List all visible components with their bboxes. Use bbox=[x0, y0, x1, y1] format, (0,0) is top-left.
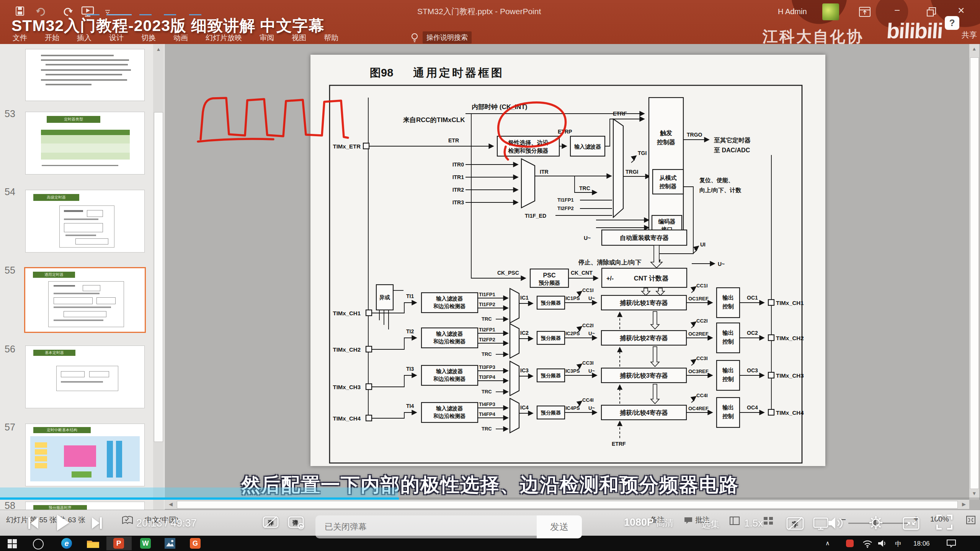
svg-text:IC1: IC1 bbox=[520, 295, 529, 301]
svg-text:TIMx_ETR: TIMx_ETR bbox=[333, 143, 361, 150]
scroll-left-icon[interactable]: ◀ bbox=[166, 501, 175, 507]
time-display: 20:13 / 49:37 bbox=[136, 517, 197, 529]
svg-text:ETR: ETR bbox=[448, 137, 459, 143]
cast-screen-icon[interactable] bbox=[813, 517, 828, 530]
normal-view-icon[interactable] bbox=[730, 517, 740, 525]
quick-access-dropdown-icon[interactable] bbox=[105, 10, 110, 14]
edge-icon[interactable]: e bbox=[61, 538, 72, 549]
web-fullscreen-icon[interactable] bbox=[903, 517, 920, 530]
tray-app-icon[interactable] bbox=[846, 540, 854, 547]
svg-text:TRGI: TRGI bbox=[626, 169, 638, 175]
diagram-channel-4: TIMx_CH4 TI4 输入滤波器 和边沿检测器 TI4FP3 TI4FP4 … bbox=[333, 393, 804, 433]
svg-text:捕获/比较2寄存器: 捕获/比较2寄存器 bbox=[619, 334, 668, 342]
svg-text:OC2REF: OC2REF bbox=[688, 331, 709, 337]
scroll-up-icon[interactable]: ▲ bbox=[970, 46, 979, 52]
quality-selector[interactable]: 1080P 高清 bbox=[624, 517, 673, 529]
svg-text:TI4: TI4 bbox=[406, 403, 414, 409]
diagram-channel-1: TIMx_CH1 TI1 输入滤波器 和边沿检测器 TI1FP1 TI1FP2 … bbox=[333, 283, 804, 323]
sidebar-scroll-up-icon[interactable]: ▲ bbox=[153, 46, 164, 52]
svg-text:OC3: OC3 bbox=[747, 367, 758, 373]
svg-text:控制: 控制 bbox=[722, 413, 734, 419]
photos-icon[interactable] bbox=[165, 538, 175, 549]
horizontal-scrollbar-thumb[interactable] bbox=[177, 501, 958, 509]
danmaku-input[interactable] bbox=[315, 515, 537, 538]
playback-speed-button[interactable]: 1.5x bbox=[744, 517, 763, 529]
tell-me-search[interactable]: 操作说明搜索 bbox=[423, 31, 472, 44]
tray-expand-icon[interactable]: ∧ bbox=[825, 540, 830, 547]
lightbulb-icon bbox=[410, 32, 419, 44]
start-button-icon[interactable] bbox=[8, 539, 17, 548]
taskbar-clock[interactable]: 18:06 bbox=[913, 540, 930, 548]
close-button[interactable]: × bbox=[958, 4, 965, 17]
svg-text:U~: U~ bbox=[718, 261, 725, 267]
ribbon-display-options-icon[interactable] bbox=[859, 7, 871, 17]
spellcheck-icon[interactable] bbox=[122, 516, 133, 525]
slide-canvas[interactable]: 图98 通用定时器框图 内部时钟 (CK_INT) 来自RCC的TIMxCLK … bbox=[310, 55, 825, 466]
danmaku-settings-icon[interactable]: 弹 bbox=[288, 515, 305, 530]
svg-text:TIMx_CH1: TIMx_CH1 bbox=[333, 310, 361, 316]
prev-episode-icon[interactable] bbox=[28, 517, 39, 530]
timer-block-diagram: 图98 通用定时器框图 内部时钟 (CK_INT) 来自RCC的TIMxCLK … bbox=[310, 55, 825, 466]
svg-text:和边沿检测器: 和边沿检测器 bbox=[433, 338, 466, 344]
danmaku-toggle-icon[interactable]: 弹 bbox=[263, 515, 279, 530]
scroll-right-icon[interactable]: ▶ bbox=[959, 501, 969, 507]
svg-text:TRC: TRC bbox=[482, 316, 492, 322]
svg-text:捕获/比较1寄存器: 捕获/比较1寄存器 bbox=[619, 299, 668, 306]
diagram-channel-3: TIMx_CH3 TI3 输入滤波器 和边沿检测器 TI3FP3 TI3FP4 … bbox=[333, 355, 804, 396]
share-button[interactable]: 共享 bbox=[962, 30, 977, 40]
thumbnail-slide-56[interactable]: 基本定时器 bbox=[25, 346, 145, 408]
undo-icon[interactable] bbox=[35, 7, 48, 16]
subtitle-toggle-icon[interactable]: 字 bbox=[786, 516, 805, 531]
svg-text:TI2FP1: TI2FP1 bbox=[479, 327, 495, 333]
sidebar-scrollbar-thumb[interactable] bbox=[154, 112, 163, 442]
powerpoint-icon[interactable]: P bbox=[113, 538, 124, 549]
action-center-icon[interactable] bbox=[946, 539, 956, 548]
send-danmaku-button[interactable]: 发送 bbox=[537, 515, 582, 538]
restore-button[interactable] bbox=[926, 7, 936, 17]
seekbar-hover-band[interactable] bbox=[0, 487, 398, 497]
wps-icon[interactable]: W bbox=[140, 538, 151, 549]
thumbnail-slide-53[interactable]: 定时器类型 bbox=[25, 112, 145, 174]
svg-text:输出: 输出 bbox=[722, 294, 734, 301]
user-name[interactable]: H Admin bbox=[778, 7, 807, 16]
svg-text:预分频器: 预分频器 bbox=[539, 280, 560, 286]
slide-sorter-view-icon[interactable] bbox=[763, 517, 773, 525]
comments-icon[interactable] bbox=[684, 517, 693, 524]
red-underline bbox=[198, 139, 273, 142]
thumb-title: 基本定时器 bbox=[33, 350, 75, 356]
thumbnail-slide-54[interactable]: 高级定时器 bbox=[25, 190, 145, 253]
thumbnail-slide-52-partial[interactable] bbox=[25, 49, 145, 101]
vertical-scrollbar-thumb[interactable] bbox=[970, 57, 979, 489]
svg-text:控制: 控制 bbox=[722, 376, 734, 382]
svg-text:CC1I: CC1I bbox=[582, 287, 594, 293]
search-icon[interactable] bbox=[33, 539, 44, 549]
g-app-icon[interactable]: G bbox=[190, 538, 201, 549]
svg-text:U~: U~ bbox=[588, 368, 595, 374]
minimize-button[interactable]: − bbox=[894, 5, 900, 16]
figure-caption: 图98 通用定时器框图 bbox=[370, 67, 504, 79]
save-icon[interactable] bbox=[15, 6, 24, 16]
redo-icon[interactable] bbox=[60, 7, 74, 16]
svg-text:CC1I: CC1I bbox=[696, 283, 708, 289]
episodes-button[interactable]: 选集 bbox=[701, 518, 720, 530]
fit-slide-icon[interactable] bbox=[966, 516, 975, 524]
file-explorer-icon[interactable] bbox=[87, 539, 100, 548]
help-bubble-icon[interactable]: ? bbox=[945, 16, 959, 30]
svg-text:CK_CNT: CK_CNT bbox=[571, 270, 593, 276]
play-icon[interactable] bbox=[55, 514, 70, 532]
player-settings-gear-icon[interactable] bbox=[868, 515, 884, 530]
volume-icon[interactable] bbox=[827, 516, 844, 530]
thumb-title: 定时器类型 bbox=[47, 116, 100, 123]
next-episode-icon[interactable] bbox=[91, 517, 103, 530]
wifi-icon[interactable]: * bbox=[862, 539, 873, 548]
thumbnail-slide-55-selected[interactable]: 通用定时器 bbox=[24, 267, 146, 333]
svg-text:U~: U~ bbox=[584, 235, 591, 241]
speaker-icon[interactable] bbox=[877, 539, 887, 548]
slide-number: 57 bbox=[5, 422, 15, 433]
fullscreen-icon[interactable] bbox=[936, 514, 953, 530]
ime-indicator[interactable]: 中 bbox=[895, 540, 902, 548]
avatar[interactable] bbox=[822, 3, 839, 20]
diagram-channel-2: TIMx_CH2 TI2 输入滤波器 和边沿检测器 TI2FP1 TI2FP2 … bbox=[333, 318, 804, 358]
svg-text:IC1PS: IC1PS bbox=[565, 295, 580, 301]
svg-text:通用定时器框图: 通用定时器框图 bbox=[413, 67, 504, 79]
